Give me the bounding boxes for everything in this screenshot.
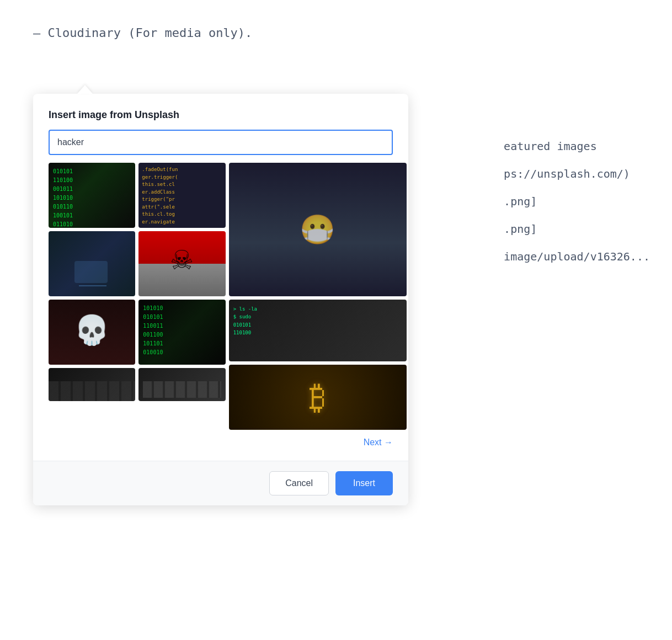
image-cell[interactable]: [49, 300, 135, 365]
image-cell[interactable]: [138, 300, 225, 365]
next-button[interactable]: Next →: [364, 438, 393, 447]
background-text-line1: – Cloudinary (For media only).: [33, 22, 639, 44]
image-cell[interactable]: [49, 368, 135, 401]
modal-body: Insert image from Unsplash: [33, 94, 408, 461]
bg-right-line3: .png]: [504, 188, 650, 215]
next-row: Next →: [49, 435, 393, 452]
bg-right-line1: eatured images: [504, 132, 650, 160]
image-cell[interactable]: [49, 163, 135, 228]
image-cell[interactable]: [138, 368, 225, 401]
modal-footer: Cancel Insert: [33, 461, 408, 505]
grid-col-1: [49, 163, 135, 430]
image-cell[interactable]: [229, 300, 407, 361]
unsplash-modal: Insert image from Unsplash: [33, 94, 408, 505]
bg-right-line4: .png]: [504, 215, 650, 243]
insert-button[interactable]: Insert: [335, 471, 393, 495]
grid-col-2: [138, 163, 225, 430]
bg-right-line5: image/upload/v16326...: [504, 243, 650, 270]
modal-arrow: [77, 85, 93, 94]
images-grid: [49, 163, 393, 430]
image-cell[interactable]: [138, 163, 225, 228]
image-cell[interactable]: [229, 365, 407, 430]
bg-right-line2: ps://unsplash.com/): [504, 160, 650, 188]
image-cell[interactable]: [229, 163, 407, 296]
search-input[interactable]: [49, 130, 393, 155]
background-text-right: eatured images ps://unsplash.com/) .png]…: [504, 132, 650, 270]
grid-col-3: [229, 163, 407, 430]
image-cell[interactable]: [49, 231, 135, 296]
image-cell[interactable]: [138, 231, 225, 296]
modal-title: Insert image from Unsplash: [49, 109, 393, 121]
cancel-button[interactable]: Cancel: [269, 471, 329, 495]
